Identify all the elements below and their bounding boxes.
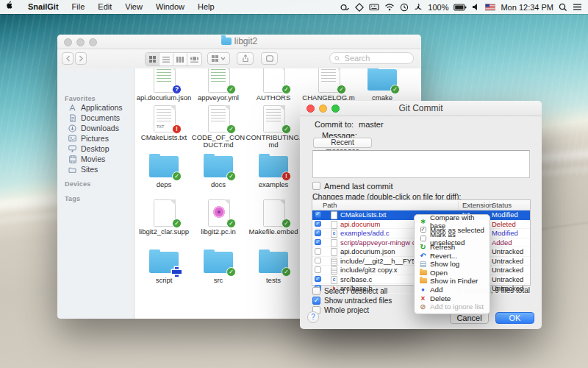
tags-button[interactable] bbox=[261, 52, 278, 65]
row-checkbox[interactable] bbox=[315, 266, 321, 273]
finder-toolbar bbox=[57, 49, 421, 69]
menu-item-show-log[interactable]: ▤Show log bbox=[415, 260, 490, 269]
menu-view[interactable]: View bbox=[118, 0, 149, 14]
row-checkbox[interactable] bbox=[315, 221, 321, 227]
file-code-of-conduct-md[interactable]: CODE_OF_CONDUCT.md bbox=[190, 105, 246, 148]
folder-cmake[interactable]: cmake bbox=[354, 68, 410, 102]
menu-help[interactable]: Help bbox=[191, 0, 221, 14]
menu-app-name[interactable]: SnailGit bbox=[21, 0, 65, 14]
file-authors[interactable]: AUTHORS bbox=[245, 68, 301, 102]
search-input[interactable] bbox=[343, 53, 409, 63]
check-badge bbox=[226, 124, 236, 134]
fan-status-icon[interactable] bbox=[414, 3, 423, 12]
finder-folder-icon bbox=[419, 278, 427, 283]
row-checkbox[interactable] bbox=[315, 258, 321, 264]
file-appveyor-yml[interactable]: appveyor.yml bbox=[190, 68, 246, 102]
sidebar-item-applications[interactable]: Applications bbox=[57, 102, 134, 113]
menu-item-compare-with-base[interactable]: ∗Compare with base bbox=[415, 217, 490, 226]
file-contributing-md[interactable]: CONTRIBUTING.md bbox=[245, 105, 301, 148]
sidebar-item-downloads[interactable]: Downloads bbox=[57, 123, 134, 133]
keyboard-status-icon[interactable] bbox=[369, 3, 379, 11]
ok-button[interactable]: OK bbox=[495, 312, 534, 324]
amend-checkbox[interactable] bbox=[312, 182, 320, 190]
file-libgit2-pc-in[interactable]: libgit2.pc.in bbox=[190, 199, 246, 236]
snailgit-status-icon[interactable] bbox=[340, 3, 350, 12]
row-checkbox[interactable] bbox=[315, 239, 321, 246]
pictures-icon bbox=[68, 135, 77, 142]
movies-icon bbox=[68, 155, 77, 163]
file-cmakelists-txt[interactable]: CMakeLists.txt bbox=[136, 105, 192, 141]
menu-bar-clock[interactable]: Mon 12:34 PM bbox=[501, 3, 553, 12]
dialog-title-bar[interactable]: Git Commit bbox=[300, 101, 542, 116]
desktop-icon bbox=[68, 145, 77, 152]
menu-window[interactable]: Window bbox=[149, 0, 191, 14]
add-icon: ● bbox=[419, 286, 427, 293]
column-view-button[interactable] bbox=[173, 53, 187, 66]
search-icon bbox=[334, 55, 340, 62]
folder-tests[interactable]: tests bbox=[245, 248, 301, 284]
row-checkbox[interactable] bbox=[315, 248, 321, 255]
diamond-status-icon[interactable] bbox=[355, 3, 364, 12]
apple-icon bbox=[7, 0, 15, 10]
sidebar-section-favorites: Favorites bbox=[57, 95, 134, 102]
check-badge bbox=[390, 85, 400, 94]
finder-title-bar[interactable]: libgit2 bbox=[57, 35, 421, 49]
sidebar-item-movies[interactable]: Movies bbox=[57, 154, 134, 164]
check-badge bbox=[282, 219, 291, 228]
battery-icon[interactable] bbox=[453, 4, 467, 11]
share-button[interactable] bbox=[237, 52, 254, 65]
menu-item-show-in-finder[interactable]: Show in Finder bbox=[415, 277, 490, 286]
folder-docs[interactable]: docs bbox=[190, 152, 246, 188]
row-checkbox[interactable] bbox=[315, 211, 321, 218]
back-button[interactable] bbox=[62, 52, 74, 65]
sidebar-item-pictures[interactable]: Pictures bbox=[57, 133, 134, 144]
apple-menu[interactable] bbox=[0, 0, 21, 14]
menu-item-delete[interactable]: ×Delete bbox=[415, 294, 490, 302]
select-all-checkbox[interactable] bbox=[312, 287, 320, 295]
folder-script[interactable]: script bbox=[136, 248, 192, 284]
volume-icon[interactable] bbox=[472, 3, 480, 11]
commit-message-textarea[interactable] bbox=[312, 150, 530, 178]
folder-examples[interactable]: examples bbox=[245, 152, 301, 188]
wifi-icon[interactable] bbox=[384, 3, 395, 11]
menu-item-add-to-ignore-list: ⊘Add to ignore list bbox=[415, 302, 490, 311]
revert-icon: ↶ bbox=[419, 252, 427, 260]
coverflow-view-button[interactable] bbox=[187, 53, 201, 66]
help-button[interactable]: ? bbox=[307, 311, 319, 323]
view-mode-segment bbox=[145, 52, 202, 66]
menu-file[interactable]: File bbox=[65, 0, 92, 14]
menu-item-revert[interactable]: ↶Revert... bbox=[415, 251, 490, 260]
sidebar-item-sites[interactable]: Sites bbox=[57, 164, 134, 174]
column-status[interactable]: Status bbox=[492, 201, 512, 209]
sidebar-item-documents[interactable]: Documents bbox=[57, 113, 134, 123]
finder-sidebar: Favorites Applications Documents Downloa… bbox=[57, 68, 135, 319]
menu-item-open[interactable]: Open bbox=[415, 269, 490, 277]
file-api-docurium-json[interactable]: api.docurium.json bbox=[136, 68, 192, 102]
row-checkbox[interactable] bbox=[315, 230, 321, 236]
input-language-flag-icon[interactable] bbox=[485, 4, 495, 11]
folder-src[interactable]: src bbox=[190, 248, 246, 284]
recent-messages-button[interactable]: Recent messages bbox=[313, 138, 372, 148]
menu-item-mark-as-unselected[interactable]: Mark as unselected bbox=[415, 234, 490, 243]
file-libgit2-clar-supp[interactable]: libgit2_clar.supp bbox=[136, 199, 192, 236]
flower-thumbnail bbox=[212, 205, 226, 219]
menu-edit[interactable]: Edit bbox=[91, 0, 118, 14]
sidebar-item-desktop[interactable]: Desktop bbox=[57, 144, 134, 154]
check-badge bbox=[282, 267, 291, 277]
folder-deps[interactable]: deps bbox=[136, 152, 192, 188]
file-makefile-embed[interactable]: Makefile.embed bbox=[245, 199, 301, 236]
menu-item-add[interactable]: ●Add bbox=[415, 286, 490, 294]
applications-icon bbox=[68, 104, 77, 112]
search-field[interactable] bbox=[329, 52, 414, 64]
icon-view-button[interactable] bbox=[146, 53, 159, 66]
time-machine-icon[interactable] bbox=[400, 3, 409, 12]
forward-button[interactable] bbox=[75, 52, 87, 65]
list-view-button[interactable] bbox=[159, 53, 173, 66]
whole-project-label: Whole project bbox=[324, 306, 369, 314]
notification-center-icon[interactable] bbox=[573, 3, 582, 11]
row-checkbox[interactable] bbox=[315, 276, 321, 283]
column-path[interactable]: Path bbox=[323, 201, 337, 209]
spotlight-icon[interactable] bbox=[559, 3, 567, 12]
arrange-button[interactable] bbox=[207, 52, 230, 65]
show-untracked-checkbox[interactable] bbox=[312, 297, 320, 305]
